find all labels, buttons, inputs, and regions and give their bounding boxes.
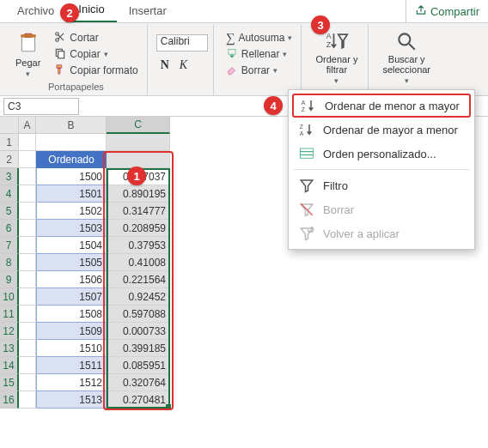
table-row[interactable]: 0.890195 xyxy=(107,185,170,203)
table-row[interactable]: 0.085951 xyxy=(107,357,170,374)
table-row[interactable]: 1504 xyxy=(36,237,107,254)
clipboard-group-label: Portapapeles xyxy=(48,82,104,94)
format-painter-button[interactable]: Copiar formato xyxy=(51,63,141,79)
row-header-9[interactable]: 9 xyxy=(0,271,19,288)
table-row[interactable]: 1510 xyxy=(36,340,107,357)
share-button[interactable]: Compartir xyxy=(406,0,488,22)
table-row[interactable]: 0.320764 xyxy=(107,374,170,391)
clear-filter: Borrar xyxy=(289,197,474,221)
cell[interactable] xyxy=(19,254,36,271)
cut-label: Cortar xyxy=(70,32,98,44)
row-header-11[interactable]: 11 xyxy=(0,306,19,323)
row-header-3[interactable]: 3 xyxy=(0,168,19,185)
cell[interactable] xyxy=(107,151,170,168)
row-header-16[interactable]: 16 xyxy=(0,391,19,409)
cut-button[interactable]: Cortar xyxy=(51,30,141,46)
clear-button[interactable]: Borrar xyxy=(223,63,296,79)
table-row[interactable]: 0.597088 xyxy=(107,306,170,323)
row-header-13[interactable]: 13 xyxy=(0,340,19,357)
row-header-10[interactable]: 10 xyxy=(0,288,19,306)
cell[interactable] xyxy=(19,374,36,391)
tab-file[interactable]: Archivo xyxy=(5,1,66,22)
table-row[interactable]: 1507 xyxy=(36,288,107,306)
table-row[interactable]: 0.92452 xyxy=(107,288,170,306)
cell[interactable] xyxy=(19,357,36,374)
row-header-4[interactable]: 4 xyxy=(0,185,19,203)
table-row[interactable]: 0.399185 xyxy=(107,340,170,357)
paste-label: Pegar xyxy=(15,58,40,68)
row-header-8[interactable]: 8 xyxy=(0,254,19,271)
row-header-15[interactable]: 15 xyxy=(0,374,19,391)
col-header-B[interactable]: B xyxy=(36,117,107,134)
table-row[interactable]: 1513 xyxy=(36,391,107,409)
row-header-2[interactable]: 2 xyxy=(0,151,19,168)
row-header-7[interactable]: 7 xyxy=(0,237,19,254)
copy-button[interactable]: Copiar xyxy=(51,46,141,63)
table-row[interactable]: 1505 xyxy=(36,254,107,271)
cell[interactable] xyxy=(19,203,36,220)
sort-ascending[interactable]: AZ Ordenar de menor a mayor xyxy=(292,94,471,118)
table-row[interactable]: 1501 xyxy=(36,185,107,203)
custom-sort-label: Orden personalizado... xyxy=(323,148,436,160)
row-header-12[interactable]: 12 xyxy=(0,323,19,340)
cell[interactable] xyxy=(36,134,107,151)
cell[interactable] xyxy=(19,151,36,168)
col-header-A[interactable]: A xyxy=(19,117,36,134)
cell[interactable] xyxy=(19,288,36,306)
cell[interactable] xyxy=(19,306,36,323)
custom-sort[interactable]: Orden personalizado... xyxy=(289,142,474,166)
name-box[interactable] xyxy=(3,98,79,115)
sort-descending[interactable]: ZA Ordenar de mayor a menor xyxy=(289,118,474,142)
cell[interactable] xyxy=(19,340,36,357)
table-row[interactable]: 0.37953 xyxy=(107,237,170,254)
bold-button[interactable]: N xyxy=(156,57,174,74)
cell[interactable] xyxy=(19,185,36,203)
select-all-corner[interactable] xyxy=(0,117,19,134)
table-row[interactable]: 1512 xyxy=(36,374,107,391)
cell[interactable] xyxy=(19,134,36,151)
table-row[interactable]: 1502 xyxy=(36,203,107,220)
table-row[interactable]: 0.314777 xyxy=(107,203,170,220)
cell[interactable] xyxy=(19,271,36,288)
cell[interactable] xyxy=(19,323,36,340)
table-row[interactable]: 0.208959 xyxy=(107,220,170,237)
row-header-6[interactable]: 6 xyxy=(0,220,19,237)
autosum-button[interactable]: ∑ Autosuma xyxy=(223,30,296,46)
row-header-5[interactable]: 5 xyxy=(0,203,19,220)
table-header-ordered[interactable]: Ordenado xyxy=(36,151,107,168)
sort-filter-button[interactable]: A Z Ordenar y filtrar xyxy=(310,27,363,88)
col-header-C[interactable]: C xyxy=(107,117,170,134)
filter-icon xyxy=(299,178,314,193)
filter-toggle[interactable]: Filtro xyxy=(289,173,474,197)
cell[interactable] xyxy=(19,168,36,185)
copy-label: Copiar xyxy=(70,48,100,60)
brush-icon xyxy=(54,64,66,78)
table-row[interactable]: 1511 xyxy=(36,357,107,374)
table-row[interactable]: 1506 xyxy=(36,271,107,288)
table-row[interactable]: 1508 xyxy=(36,306,107,323)
table-row[interactable]: 1509 xyxy=(36,323,107,340)
font-name-combo[interactable]: Calibri xyxy=(156,34,208,51)
reapply-icon xyxy=(299,226,314,241)
sort-filter-label-1: Ordenar y xyxy=(315,54,357,64)
fill-button[interactable]: Rellenar xyxy=(223,46,296,63)
table-row[interactable]: 1503 xyxy=(36,220,107,237)
row-header-14[interactable]: 14 xyxy=(0,357,19,374)
find-select-button[interactable]: Buscar y seleccionar xyxy=(377,27,436,88)
table-row[interactable]: 0.41008 xyxy=(107,254,170,271)
table-row[interactable]: 0.000733 xyxy=(107,323,170,340)
cell[interactable] xyxy=(107,134,170,151)
tab-insert[interactable]: Insertar xyxy=(117,1,179,22)
format-painter-label: Copiar formato xyxy=(70,64,137,76)
reapply-filter: Volver a aplicar xyxy=(289,221,474,245)
cell[interactable] xyxy=(19,391,36,409)
svg-rect-17 xyxy=(301,155,314,159)
row-header-1[interactable]: 1 xyxy=(0,134,19,151)
cell[interactable] xyxy=(19,237,36,254)
cell[interactable] xyxy=(19,220,36,237)
paste-button[interactable]: Pegar xyxy=(10,27,46,82)
table-row[interactable]: 0.270481 xyxy=(107,391,170,409)
italic-button[interactable]: K xyxy=(175,57,192,74)
table-row[interactable]: 1500 xyxy=(36,168,107,185)
table-row[interactable]: 0.221564 xyxy=(107,271,170,288)
